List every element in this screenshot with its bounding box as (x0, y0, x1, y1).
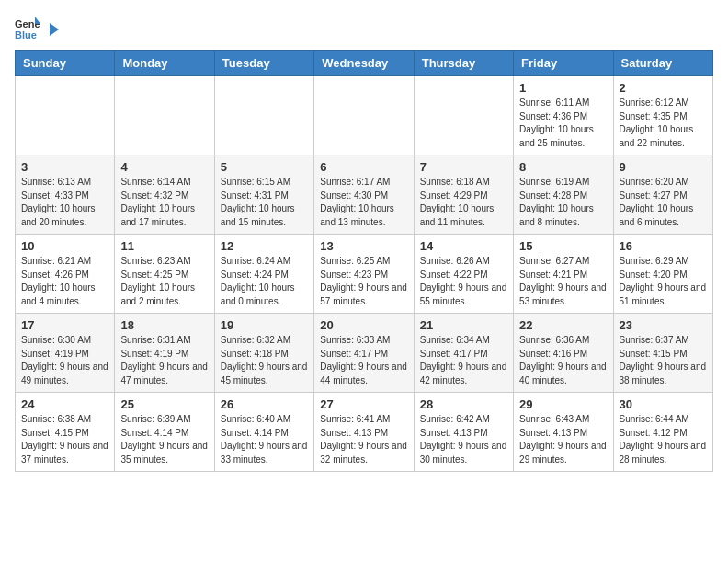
calendar-header-row: SundayMondayTuesdayWednesdayThursdayFrid… (16, 51, 713, 76)
day-info-line: Sunrise: 6:30 AM (21, 334, 108, 348)
calendar-cell: 10Sunrise: 6:21 AMSunset: 4:26 PMDayligh… (16, 235, 115, 314)
day-info-line: Sunset: 4:21 PM (519, 269, 607, 282)
calendar-cell: 12Sunrise: 6:24 AMSunset: 4:24 PMDayligh… (214, 235, 313, 314)
day-info-line: Sunrise: 6:44 AM (620, 413, 707, 427)
day-info-line: Daylight: 9 hours and 45 minutes. (221, 361, 308, 387)
day-number: 10 (21, 239, 108, 253)
day-number: 17 (21, 318, 108, 332)
day-number: 12 (221, 239, 308, 253)
header-wednesday: Wednesday (314, 51, 414, 76)
day-info-line: Sunset: 4:19 PM (120, 348, 208, 362)
day-number: 11 (120, 239, 208, 253)
calendar-cell: 24Sunrise: 6:38 AMSunset: 4:15 PMDayligh… (16, 393, 115, 472)
day-info-line: Daylight: 10 hours and 20 minutes. (21, 202, 108, 229)
day-info-line: Daylight: 9 hours and 40 minutes. (519, 361, 607, 387)
calendar-cell: 20Sunrise: 6:33 AMSunset: 4:17 PMDayligh… (314, 314, 414, 393)
day-number: 19 (221, 318, 308, 332)
header-thursday: Thursday (414, 51, 513, 76)
day-info-line: Daylight: 9 hours and 33 minutes. (221, 440, 308, 466)
day-info-line: Sunset: 4:13 PM (320, 427, 407, 441)
calendar-cell: 5Sunrise: 6:15 AMSunset: 4:31 PMDaylight… (214, 155, 313, 235)
calendar-cell: 17Sunrise: 6:30 AMSunset: 4:19 PMDayligh… (16, 314, 115, 393)
day-info-line: Sunset: 4:35 PM (620, 110, 707, 124)
calendar-cell (115, 76, 214, 155)
day-info-line: Sunset: 4:22 PM (420, 269, 507, 282)
day-info-line: Daylight: 10 hours and 8 minutes. (519, 202, 607, 229)
day-info-line: Daylight: 9 hours and 51 minutes. (620, 282, 707, 308)
day-info-line: Sunset: 4:30 PM (320, 190, 407, 203)
day-info-line: Daylight: 9 hours and 28 minutes. (620, 440, 707, 466)
day-info-line: Sunrise: 6:21 AM (21, 255, 108, 269)
day-info-line: Sunset: 4:14 PM (221, 427, 308, 441)
calendar-cell: 25Sunrise: 6:39 AMSunset: 4:14 PMDayligh… (115, 393, 214, 472)
day-info-line: Daylight: 10 hours and 11 minutes. (420, 202, 507, 229)
day-number: 21 (420, 318, 507, 332)
header-saturday: Saturday (613, 51, 712, 76)
day-number: 24 (21, 397, 108, 411)
day-info-line: Sunset: 4:20 PM (620, 269, 707, 282)
day-info-line: Sunset: 4:32 PM (120, 190, 208, 203)
day-info-line: Daylight: 10 hours and 22 minutes. (620, 123, 707, 150)
day-info-line: Daylight: 9 hours and 29 minutes. (519, 440, 607, 466)
calendar-cell: 3Sunrise: 6:13 AMSunset: 4:33 PMDaylight… (16, 155, 115, 235)
calendar-cell: 29Sunrise: 6:43 AMSunset: 4:13 PMDayligh… (514, 393, 613, 472)
calendar-table: SundayMondayTuesdayWednesdayThursdayFrid… (15, 50, 713, 472)
day-info-line: Sunset: 4:12 PM (620, 427, 707, 441)
day-info-line: Sunset: 4:31 PM (221, 190, 308, 203)
day-info-line: Daylight: 9 hours and 44 minutes. (320, 361, 407, 387)
calendar-cell: 18Sunrise: 6:31 AMSunset: 4:19 PMDayligh… (115, 314, 214, 393)
day-info-line: Sunrise: 6:25 AM (320, 255, 407, 269)
calendar-cell: 28Sunrise: 6:42 AMSunset: 4:13 PMDayligh… (414, 393, 513, 472)
day-info-line: Sunrise: 6:40 AM (221, 413, 308, 427)
day-number: 15 (519, 239, 607, 253)
calendar-cell: 1Sunrise: 6:11 AMSunset: 4:36 PMDaylight… (514, 76, 613, 155)
day-info-line: Daylight: 10 hours and 6 minutes. (620, 202, 707, 229)
logo-triangle-icon (44, 21, 61, 38)
day-info-line: Daylight: 10 hours and 0 minutes. (221, 282, 308, 308)
svg-text:Blue: Blue (15, 29, 37, 40)
day-number: 26 (221, 397, 308, 411)
page-header: General Blue (15, 15, 713, 40)
calendar-cell: 16Sunrise: 6:29 AMSunset: 4:20 PMDayligh… (613, 235, 712, 314)
day-info-line: Sunrise: 6:13 AM (21, 176, 108, 190)
calendar-cell: 27Sunrise: 6:41 AMSunset: 4:13 PMDayligh… (314, 393, 414, 472)
calendar-cell: 22Sunrise: 6:36 AMSunset: 4:16 PMDayligh… (514, 314, 613, 393)
day-info-line: Sunrise: 6:29 AM (620, 255, 707, 269)
day-info-line: Sunset: 4:13 PM (420, 427, 507, 441)
day-number: 18 (120, 318, 208, 332)
day-info-line: Daylight: 10 hours and 2 minutes. (120, 282, 208, 308)
calendar-cell: 23Sunrise: 6:37 AMSunset: 4:15 PMDayligh… (613, 314, 712, 393)
day-number: 7 (420, 160, 507, 174)
header-monday: Monday (115, 51, 214, 76)
header-friday: Friday (514, 51, 613, 76)
calendar-cell: 30Sunrise: 6:44 AMSunset: 4:12 PMDayligh… (613, 393, 712, 472)
day-info-line: Sunset: 4:33 PM (21, 190, 108, 203)
day-number: 6 (320, 160, 407, 174)
day-info-line: Daylight: 9 hours and 32 minutes. (320, 440, 407, 466)
day-number: 14 (420, 239, 507, 253)
day-info-line: Sunset: 4:26 PM (21, 269, 108, 282)
day-number: 16 (620, 239, 707, 253)
day-info-line: Sunset: 4:16 PM (519, 348, 607, 362)
day-info-line: Sunrise: 6:33 AM (320, 334, 407, 348)
day-info-line: Sunrise: 6:23 AM (120, 255, 208, 269)
day-info-line: Sunrise: 6:32 AM (221, 334, 308, 348)
calendar-cell (16, 76, 115, 155)
day-info-line: Daylight: 9 hours and 49 minutes. (21, 361, 108, 387)
day-info-line: Sunrise: 6:17 AM (320, 176, 407, 190)
calendar-cell: 4Sunrise: 6:14 AMSunset: 4:32 PMDaylight… (115, 155, 214, 235)
day-number: 29 (519, 397, 607, 411)
day-info-line: Sunrise: 6:38 AM (21, 413, 108, 427)
calendar-cell (314, 76, 414, 155)
calendar-cell: 11Sunrise: 6:23 AMSunset: 4:25 PMDayligh… (115, 235, 214, 314)
day-info-line: Daylight: 9 hours and 35 minutes. (120, 440, 208, 466)
day-info-line: Daylight: 9 hours and 38 minutes. (620, 361, 707, 387)
day-number: 3 (21, 160, 108, 174)
day-number: 25 (120, 397, 208, 411)
day-info-line: Sunrise: 6:42 AM (420, 413, 507, 427)
calendar-cell: 6Sunrise: 6:17 AMSunset: 4:30 PMDaylight… (314, 155, 414, 235)
day-info-line: Sunrise: 6:37 AM (620, 334, 707, 348)
day-info-line: Sunrise: 6:36 AM (519, 334, 607, 348)
day-number: 30 (620, 397, 707, 411)
day-info-line: Sunset: 4:36 PM (519, 110, 607, 124)
